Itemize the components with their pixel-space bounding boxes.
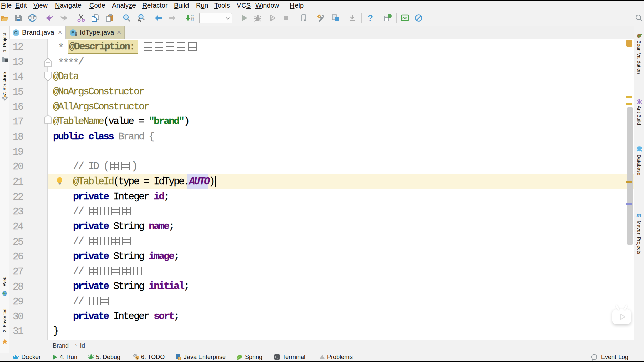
svg-text:?: ?	[368, 14, 373, 22]
svg-text:01: 01	[191, 19, 194, 22]
svg-text:C: C	[14, 30, 18, 35]
svg-text:m: m	[636, 212, 642, 219]
svg-text:E: E	[71, 30, 74, 35]
